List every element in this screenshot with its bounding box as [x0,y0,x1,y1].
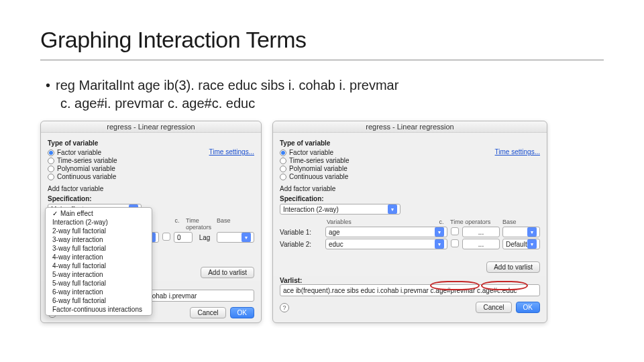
base-select[interactable]: ▾ [502,227,540,237]
add-factor-label: Add factor variable [280,185,540,192]
slide: Graphing Interaction Terms • reg Marital… [0,0,644,362]
radio-time-series-variable[interactable] [48,158,54,164]
radio-time-series-variable[interactable] [280,158,286,164]
radio-label: Factor variable [289,149,333,156]
variable2-input[interactable]: educ▾ [325,239,447,249]
radio-continuous-variable[interactable] [48,174,54,180]
ok-button[interactable]: OK [230,307,254,318]
chevron-down-icon: ▾ [435,239,444,249]
col-time-operators: Time operators [450,219,498,225]
cancel-button[interactable]: Cancel [476,302,511,313]
popup-item-6way-full-factorial[interactable]: 6-way full factorial [46,296,152,305]
radio-group: Factor variable Time-series variable Pol… [48,148,117,181]
popup-item-interaction-2way[interactable]: Interaction (2-way) [46,218,152,227]
title-underline [40,60,604,60]
radio-label: Polynomial variable [289,165,347,172]
popup-item-4way-interaction[interactable]: 4-way interaction [46,253,152,261]
popup-item-5way-full-factorial[interactable]: 5-way full factorial [46,279,152,288]
varlist-input[interactable]: ace ib(frequent).race sibs educ i.cohab … [280,284,540,296]
base-select[interactable]: Default▾ [502,239,540,249]
radio-label: Time-series variable [57,157,117,164]
chevron-down-icon: ▾ [241,233,251,242]
specification-popup: Main effect Interaction (2-way) 2-way fu… [45,207,152,316]
bullet-dot: • [46,76,50,95]
cancel-button[interactable]: Cancel [190,307,225,318]
time-settings-link[interactable]: Time settings... [495,148,540,156]
time-step[interactable]: 0 [174,232,193,243]
popup-item-main-effect[interactable]: Main effect [46,209,152,218]
chevron-down-icon: ▾ [527,227,537,237]
variable1-value: age [329,229,340,236]
popup-item-3way-interaction[interactable]: 3-way interaction [46,235,152,244]
varlist-value: ace ib(frequent).race sibs educ i.cohab … [283,287,517,294]
variable2-value: educ [329,241,343,248]
variable1-input[interactable]: age▾ [325,227,447,237]
dialog-title: regress - Linear regression [41,121,261,133]
popup-item-2way-full-factorial[interactable]: 2-way full factorial [46,227,152,235]
right-dialog: regress - Linear regression Type of vari… [272,121,547,323]
specification-label: Specification: [48,195,254,202]
popup-item-4way-full-factorial[interactable]: 4-way full factorial [46,261,152,270]
chevron-down-icon: ▾ [388,204,397,214]
type-of-variable-label: Type of variable [280,139,540,147]
lag-label: Lag [195,234,214,241]
col-c: c. [172,217,182,231]
variable1-label: Variable 1: [280,229,323,236]
specification-select[interactable]: Interaction (2-way) ▾ [280,204,400,215]
add-to-varlist-button[interactable]: Add to varlist [201,267,254,278]
c-checkbox[interactable] [162,233,170,241]
radio-continuous-variable[interactable] [280,174,286,180]
time-operator-input[interactable]: ... [462,239,500,249]
col-variables: Variables [327,219,433,225]
popup-item-6way-interaction[interactable]: 6-way interaction [46,288,152,296]
radio-label: Factor variable [57,149,101,156]
add-factor-label: Add factor variable [48,185,254,192]
left-dialog: regress - Linear regression Type of vari… [40,121,262,323]
popup-item-3way-full-factorial[interactable]: 3-way full factorial [46,244,152,253]
screenshots-row: regress - Linear regression Type of vari… [40,121,604,323]
radio-label: Continuous variable [289,173,348,180]
popup-item-5way-interaction[interactable]: 5-way interaction [46,270,152,279]
radio-group: Factor variable Time-series variable Pol… [280,148,350,181]
radio-factor-variable[interactable] [48,149,54,156]
variable2-label: Variable 2: [280,241,323,248]
c-checkbox[interactable] [451,239,459,247]
radio-label: Polynomial variable [57,165,115,172]
popup-item-factor-continuous[interactable]: Factor-continuous interactions [46,305,152,314]
chevron-down-icon: ▾ [435,227,444,237]
radio-polynomial-variable[interactable] [48,166,54,172]
add-to-varlist-button[interactable]: Add to varlist [486,261,540,273]
dialog-title: regress - Linear regression [273,121,547,133]
type-of-variable-label: Type of variable [48,139,254,147]
page-title: Graphing Interaction Terms [40,27,604,53]
radio-label: Continuous variable [57,173,116,180]
radio-label: Time-series variable [289,157,350,164]
col-time-operators: Time operators [186,217,213,231]
ok-button[interactable]: OK [516,302,540,313]
bullet-line-2: c. age#i. prevmar c. age#c. educ [60,95,604,113]
bullet-line-1: reg MaritalInt age ib(3). race educ sibs… [56,76,398,95]
chevron-down-icon: ▾ [527,239,537,249]
radio-factor-variable[interactable] [280,149,286,156]
varlist-label: Varlist: [280,277,540,284]
col-base: Base [502,219,540,225]
time-operator-input[interactable]: ... [462,227,500,237]
specification-value: Interaction (2-way) [283,206,339,213]
base-select[interactable]: ▾ [217,232,254,243]
time-settings-link[interactable]: Time settings... [209,148,254,156]
help-icon[interactable]: ? [280,303,289,312]
specification-label: Specification: [280,195,540,202]
radio-polynomial-variable[interactable] [280,166,286,172]
c-checkbox[interactable] [451,227,459,235]
col-base: Base [217,217,254,231]
bullet-text: • reg MaritalInt age ib(3). race educ si… [46,76,604,113]
col-c: c. [437,219,446,225]
